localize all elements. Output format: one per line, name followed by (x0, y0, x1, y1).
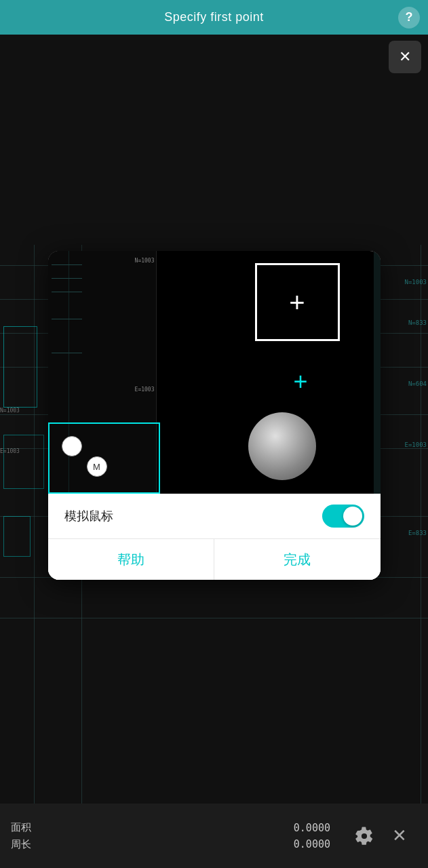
area-label: 面积 (11, 821, 294, 834)
joystick[interactable] (238, 385, 326, 480)
cad-inner-box (62, 436, 82, 456)
gear-icon (355, 827, 374, 846)
modal-button-row: 帮助 完成 (48, 539, 381, 580)
area-value: 0.0000 (294, 822, 330, 834)
perimeter-label: 周长 (11, 838, 294, 851)
modal-dialog: M N=1003 E=1003 + + 模拟鼠标 (48, 251, 381, 580)
perimeter-value: 0.0000 (294, 838, 330, 850)
modal-cad-cyan-rect: M (48, 422, 160, 494)
status-bar: 面积 周长 0.0000 0.0000 ✕ (0, 804, 428, 868)
simulate-mouse-toggle[interactable] (322, 505, 364, 528)
joystick-base (248, 412, 316, 480)
help-button[interactable]: 帮助 (48, 539, 215, 580)
modal-cad-left: M N=1003 E=1003 (48, 251, 157, 494)
settings-button[interactable] (349, 821, 379, 851)
modal-preview[interactable]: M N=1003 E=1003 + + (48, 251, 381, 494)
modal-bottom: 模拟鼠标 帮助 完成 (48, 494, 381, 580)
page-title: Specify first point (164, 10, 264, 24)
toggle-knob (343, 507, 362, 526)
simulate-mouse-label: 模拟鼠标 (64, 508, 113, 524)
done-button[interactable]: 完成 (214, 539, 381, 580)
close-button[interactable]: ✕ (389, 41, 421, 73)
toggle-row: 模拟鼠标 (48, 494, 381, 539)
status-values: 0.0000 0.0000 (294, 822, 330, 850)
status-labels: 面积 周长 (11, 821, 294, 851)
top-bar: Specify first point ? (0, 0, 428, 35)
crosshair-box: + (255, 263, 340, 341)
help-icon-btn[interactable]: ? (398, 7, 420, 28)
crosshair-plus-icon: + (289, 289, 305, 316)
status-close-button[interactable]: ✕ (385, 821, 414, 851)
cad-M-label: M (87, 456, 107, 477)
